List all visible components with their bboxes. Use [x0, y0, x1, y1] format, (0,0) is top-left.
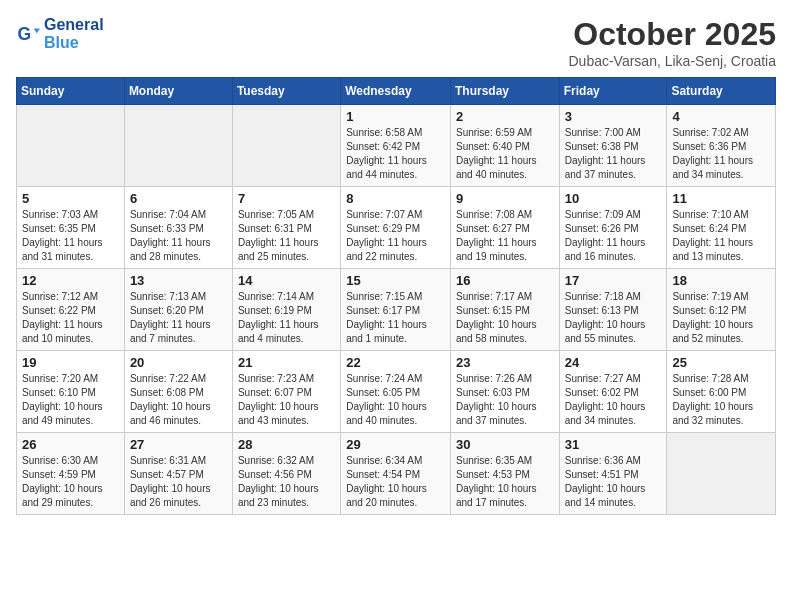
- calendar-cell: 14Sunrise: 7:14 AM Sunset: 6:19 PM Dayli…: [232, 269, 340, 351]
- day-info: Sunrise: 7:07 AM Sunset: 6:29 PM Dayligh…: [346, 208, 445, 264]
- day-number: 9: [456, 191, 554, 206]
- day-info: Sunrise: 7:26 AM Sunset: 6:03 PM Dayligh…: [456, 372, 554, 428]
- day-number: 18: [672, 273, 770, 288]
- day-info: Sunrise: 7:04 AM Sunset: 6:33 PM Dayligh…: [130, 208, 227, 264]
- day-info: Sunrise: 6:31 AM Sunset: 4:57 PM Dayligh…: [130, 454, 227, 510]
- title-block: October 2025 Dubac-Varsan, Lika-Senj, Cr…: [568, 16, 776, 69]
- day-number: 5: [22, 191, 119, 206]
- day-number: 25: [672, 355, 770, 370]
- calendar-cell: 25Sunrise: 7:28 AM Sunset: 6:00 PM Dayli…: [667, 351, 776, 433]
- calendar-cell: 8Sunrise: 7:07 AM Sunset: 6:29 PM Daylig…: [341, 187, 451, 269]
- day-info: Sunrise: 6:30 AM Sunset: 4:59 PM Dayligh…: [22, 454, 119, 510]
- day-info: Sunrise: 7:15 AM Sunset: 6:17 PM Dayligh…: [346, 290, 445, 346]
- day-info: Sunrise: 6:59 AM Sunset: 6:40 PM Dayligh…: [456, 126, 554, 182]
- day-number: 31: [565, 437, 662, 452]
- calendar-week-row: 12Sunrise: 7:12 AM Sunset: 6:22 PM Dayli…: [17, 269, 776, 351]
- calendar-cell: 1Sunrise: 6:58 AM Sunset: 6:42 PM Daylig…: [341, 105, 451, 187]
- day-info: Sunrise: 7:13 AM Sunset: 6:20 PM Dayligh…: [130, 290, 227, 346]
- day-info: Sunrise: 7:27 AM Sunset: 6:02 PM Dayligh…: [565, 372, 662, 428]
- day-number: 4: [672, 109, 770, 124]
- day-info: Sunrise: 7:24 AM Sunset: 6:05 PM Dayligh…: [346, 372, 445, 428]
- calendar-week-row: 26Sunrise: 6:30 AM Sunset: 4:59 PM Dayli…: [17, 433, 776, 515]
- calendar-cell: 22Sunrise: 7:24 AM Sunset: 6:05 PM Dayli…: [341, 351, 451, 433]
- calendar-cell: 31Sunrise: 6:36 AM Sunset: 4:51 PM Dayli…: [559, 433, 667, 515]
- day-info: Sunrise: 6:58 AM Sunset: 6:42 PM Dayligh…: [346, 126, 445, 182]
- weekday-header-saturday: Saturday: [667, 78, 776, 105]
- calendar-cell: 16Sunrise: 7:17 AM Sunset: 6:15 PM Dayli…: [450, 269, 559, 351]
- calendar-cell: 18Sunrise: 7:19 AM Sunset: 6:12 PM Dayli…: [667, 269, 776, 351]
- day-number: 17: [565, 273, 662, 288]
- day-number: 27: [130, 437, 227, 452]
- weekday-header-thursday: Thursday: [450, 78, 559, 105]
- day-info: Sunrise: 6:34 AM Sunset: 4:54 PM Dayligh…: [346, 454, 445, 510]
- day-info: Sunrise: 7:09 AM Sunset: 6:26 PM Dayligh…: [565, 208, 662, 264]
- svg-marker-1: [34, 28, 40, 33]
- day-info: Sunrise: 7:14 AM Sunset: 6:19 PM Dayligh…: [238, 290, 335, 346]
- month-title: October 2025: [568, 16, 776, 53]
- calendar-cell: 21Sunrise: 7:23 AM Sunset: 6:07 PM Dayli…: [232, 351, 340, 433]
- day-number: 13: [130, 273, 227, 288]
- logo-line1: General: [44, 16, 104, 34]
- day-info: Sunrise: 7:03 AM Sunset: 6:35 PM Dayligh…: [22, 208, 119, 264]
- day-info: Sunrise: 7:05 AM Sunset: 6:31 PM Dayligh…: [238, 208, 335, 264]
- calendar-cell: 13Sunrise: 7:13 AM Sunset: 6:20 PM Dayli…: [124, 269, 232, 351]
- calendar-cell: 17Sunrise: 7:18 AM Sunset: 6:13 PM Dayli…: [559, 269, 667, 351]
- weekday-header-sunday: Sunday: [17, 78, 125, 105]
- weekday-header-wednesday: Wednesday: [341, 78, 451, 105]
- day-info: Sunrise: 7:20 AM Sunset: 6:10 PM Dayligh…: [22, 372, 119, 428]
- day-number: 23: [456, 355, 554, 370]
- day-number: 24: [565, 355, 662, 370]
- calendar-cell: 20Sunrise: 7:22 AM Sunset: 6:08 PM Dayli…: [124, 351, 232, 433]
- svg-text:G: G: [18, 23, 32, 43]
- calendar-week-row: 19Sunrise: 7:20 AM Sunset: 6:10 PM Dayli…: [17, 351, 776, 433]
- weekday-header-friday: Friday: [559, 78, 667, 105]
- calendar-cell: 9Sunrise: 7:08 AM Sunset: 6:27 PM Daylig…: [450, 187, 559, 269]
- day-info: Sunrise: 6:32 AM Sunset: 4:56 PM Dayligh…: [238, 454, 335, 510]
- day-info: Sunrise: 7:22 AM Sunset: 6:08 PM Dayligh…: [130, 372, 227, 428]
- day-number: 29: [346, 437, 445, 452]
- calendar-cell: [232, 105, 340, 187]
- logo: G General Blue: [16, 16, 104, 51]
- day-number: 16: [456, 273, 554, 288]
- calendar-cell: 3Sunrise: 7:00 AM Sunset: 6:38 PM Daylig…: [559, 105, 667, 187]
- day-number: 8: [346, 191, 445, 206]
- day-info: Sunrise: 7:17 AM Sunset: 6:15 PM Dayligh…: [456, 290, 554, 346]
- day-number: 28: [238, 437, 335, 452]
- calendar-cell: 4Sunrise: 7:02 AM Sunset: 6:36 PM Daylig…: [667, 105, 776, 187]
- day-number: 15: [346, 273, 445, 288]
- logo-icon: G: [16, 22, 40, 46]
- day-number: 22: [346, 355, 445, 370]
- calendar-cell: [124, 105, 232, 187]
- day-number: 26: [22, 437, 119, 452]
- calendar-cell: 28Sunrise: 6:32 AM Sunset: 4:56 PM Dayli…: [232, 433, 340, 515]
- calendar-cell: 26Sunrise: 6:30 AM Sunset: 4:59 PM Dayli…: [17, 433, 125, 515]
- day-number: 1: [346, 109, 445, 124]
- day-info: Sunrise: 7:28 AM Sunset: 6:00 PM Dayligh…: [672, 372, 770, 428]
- location-subtitle: Dubac-Varsan, Lika-Senj, Croatia: [568, 53, 776, 69]
- calendar-cell: 24Sunrise: 7:27 AM Sunset: 6:02 PM Dayli…: [559, 351, 667, 433]
- day-info: Sunrise: 6:36 AM Sunset: 4:51 PM Dayligh…: [565, 454, 662, 510]
- day-number: 3: [565, 109, 662, 124]
- day-number: 20: [130, 355, 227, 370]
- calendar-cell: 2Sunrise: 6:59 AM Sunset: 6:40 PM Daylig…: [450, 105, 559, 187]
- day-info: Sunrise: 7:02 AM Sunset: 6:36 PM Dayligh…: [672, 126, 770, 182]
- calendar-table: SundayMondayTuesdayWednesdayThursdayFrid…: [16, 77, 776, 515]
- day-number: 12: [22, 273, 119, 288]
- calendar-cell: [17, 105, 125, 187]
- calendar-cell: 19Sunrise: 7:20 AM Sunset: 6:10 PM Dayli…: [17, 351, 125, 433]
- logo-line2: Blue: [44, 34, 104, 52]
- day-number: 19: [22, 355, 119, 370]
- calendar-cell: 5Sunrise: 7:03 AM Sunset: 6:35 PM Daylig…: [17, 187, 125, 269]
- page-header: G General Blue October 2025 Dubac-Varsan…: [16, 16, 776, 69]
- day-info: Sunrise: 6:35 AM Sunset: 4:53 PM Dayligh…: [456, 454, 554, 510]
- day-info: Sunrise: 7:08 AM Sunset: 6:27 PM Dayligh…: [456, 208, 554, 264]
- day-number: 14: [238, 273, 335, 288]
- weekday-header-monday: Monday: [124, 78, 232, 105]
- calendar-cell: 30Sunrise: 6:35 AM Sunset: 4:53 PM Dayli…: [450, 433, 559, 515]
- day-info: Sunrise: 7:18 AM Sunset: 6:13 PM Dayligh…: [565, 290, 662, 346]
- day-info: Sunrise: 7:00 AM Sunset: 6:38 PM Dayligh…: [565, 126, 662, 182]
- calendar-cell: 23Sunrise: 7:26 AM Sunset: 6:03 PM Dayli…: [450, 351, 559, 433]
- calendar-cell: 10Sunrise: 7:09 AM Sunset: 6:26 PM Dayli…: [559, 187, 667, 269]
- calendar-week-row: 5Sunrise: 7:03 AM Sunset: 6:35 PM Daylig…: [17, 187, 776, 269]
- day-info: Sunrise: 7:19 AM Sunset: 6:12 PM Dayligh…: [672, 290, 770, 346]
